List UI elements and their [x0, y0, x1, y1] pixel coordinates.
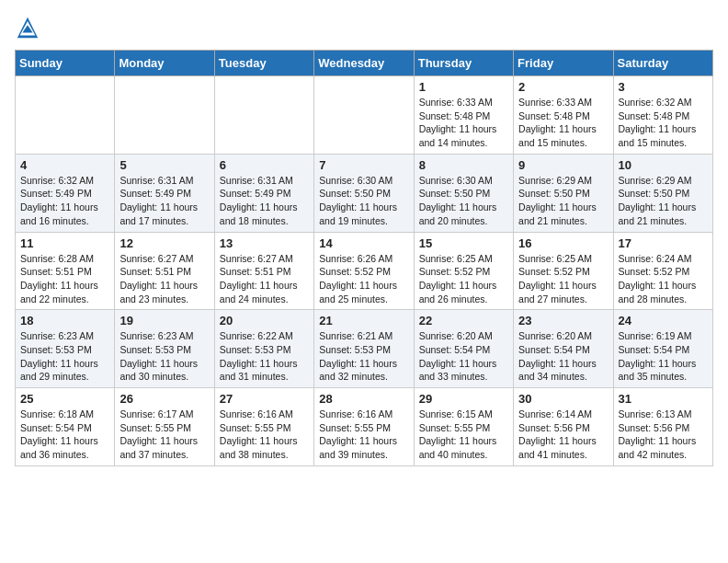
day-of-week-header: Thursday	[414, 51, 513, 76]
calendar-day-cell: 25Sunrise: 6:18 AM Sunset: 5:54 PM Dayli…	[16, 388, 115, 466]
day-of-week-header: Saturday	[613, 51, 712, 76]
day-number: 8	[419, 158, 508, 172]
calendar-day-cell: 3Sunrise: 6:32 AM Sunset: 5:48 PM Daylig…	[613, 76, 712, 155]
days-of-week-row: SundayMondayTuesdayWednesdayThursdayFrid…	[16, 51, 713, 76]
day-of-week-header: Tuesday	[214, 51, 313, 76]
day-number: 20	[220, 314, 309, 327]
calendar-day-cell: 15Sunrise: 6:25 AM Sunset: 5:52 PM Dayli…	[414, 232, 513, 310]
day-number: 22	[419, 314, 508, 327]
day-info: Sunrise: 6:25 AM Sunset: 5:52 PM Dayligh…	[518, 252, 608, 306]
calendar-week-row: 18Sunrise: 6:23 AM Sunset: 5:53 PM Dayli…	[16, 310, 713, 388]
calendar-week-row: 11Sunrise: 6:28 AM Sunset: 5:51 PM Dayli…	[16, 232, 713, 310]
day-number: 26	[119, 392, 209, 406]
calendar-day-cell	[115, 76, 214, 155]
day-number: 6	[220, 158, 309, 172]
day-info: Sunrise: 6:16 AM Sunset: 5:55 PM Dayligh…	[319, 408, 408, 462]
day-number: 10	[619, 158, 708, 172]
calendar-week-row: 1Sunrise: 6:33 AM Sunset: 5:48 PM Daylig…	[16, 76, 713, 155]
day-number: 16	[518, 236, 608, 250]
day-info: Sunrise: 6:32 AM Sunset: 5:48 PM Dayligh…	[619, 96, 708, 150]
page-header	[15, 15, 713, 40]
day-number: 11	[20, 236, 109, 250]
day-info: Sunrise: 6:21 AM Sunset: 5:53 PM Dayligh…	[319, 329, 408, 384]
calendar-day-cell: 18Sunrise: 6:23 AM Sunset: 5:53 PM Dayli…	[16, 310, 115, 388]
day-info: Sunrise: 6:13 AM Sunset: 5:56 PM Dayligh…	[619, 408, 708, 462]
calendar-day-cell	[214, 76, 313, 155]
day-info: Sunrise: 6:26 AM Sunset: 5:52 PM Dayligh…	[319, 252, 408, 306]
calendar-day-cell: 21Sunrise: 6:21 AM Sunset: 5:53 PM Dayli…	[314, 310, 414, 388]
day-info: Sunrise: 6:29 AM Sunset: 5:50 PM Dayligh…	[619, 174, 708, 228]
calendar-day-cell: 27Sunrise: 6:16 AM Sunset: 5:55 PM Dayli…	[214, 388, 313, 466]
day-info: Sunrise: 6:28 AM Sunset: 5:51 PM Dayligh…	[20, 252, 109, 306]
calendar-day-cell	[16, 76, 115, 155]
day-info: Sunrise: 6:25 AM Sunset: 5:52 PM Dayligh…	[419, 252, 508, 306]
calendar-day-cell: 11Sunrise: 6:28 AM Sunset: 5:51 PM Dayli…	[16, 232, 115, 310]
calendar-day-cell: 8Sunrise: 6:30 AM Sunset: 5:50 PM Daylig…	[414, 154, 513, 232]
day-info: Sunrise: 6:31 AM Sunset: 5:49 PM Dayligh…	[220, 174, 309, 228]
day-number: 28	[319, 392, 408, 406]
day-number: 3	[619, 80, 708, 94]
calendar-week-row: 25Sunrise: 6:18 AM Sunset: 5:54 PM Dayli…	[16, 388, 713, 466]
day-of-week-header: Friday	[514, 51, 613, 76]
day-number: 31	[619, 392, 708, 406]
calendar-day-cell: 28Sunrise: 6:16 AM Sunset: 5:55 PM Dayli…	[314, 388, 414, 466]
day-info: Sunrise: 6:18 AM Sunset: 5:54 PM Dayligh…	[20, 408, 109, 462]
day-of-week-header: Sunday	[16, 51, 115, 76]
calendar-day-cell: 4Sunrise: 6:32 AM Sunset: 5:49 PM Daylig…	[16, 154, 115, 232]
day-of-week-header: Wednesday	[314, 51, 414, 76]
day-number: 25	[20, 392, 109, 406]
day-info: Sunrise: 6:30 AM Sunset: 5:50 PM Dayligh…	[419, 174, 508, 228]
day-info: Sunrise: 6:19 AM Sunset: 5:54 PM Dayligh…	[619, 329, 708, 384]
calendar-day-cell: 29Sunrise: 6:15 AM Sunset: 5:55 PM Dayli…	[414, 388, 513, 466]
day-number: 18	[20, 314, 109, 327]
day-info: Sunrise: 6:23 AM Sunset: 5:53 PM Dayligh…	[20, 329, 109, 384]
day-number: 14	[319, 236, 408, 250]
calendar-day-cell: 2Sunrise: 6:33 AM Sunset: 5:48 PM Daylig…	[514, 76, 613, 155]
day-info: Sunrise: 6:14 AM Sunset: 5:56 PM Dayligh…	[518, 408, 608, 462]
day-number: 30	[518, 392, 608, 406]
day-number: 4	[20, 158, 109, 172]
calendar-day-cell: 10Sunrise: 6:29 AM Sunset: 5:50 PM Dayli…	[613, 154, 712, 232]
day-info: Sunrise: 6:23 AM Sunset: 5:53 PM Dayligh…	[119, 329, 209, 384]
day-info: Sunrise: 6:29 AM Sunset: 5:50 PM Dayligh…	[518, 174, 608, 228]
day-info: Sunrise: 6:27 AM Sunset: 5:51 PM Dayligh…	[119, 252, 209, 306]
day-info: Sunrise: 6:32 AM Sunset: 5:49 PM Dayligh…	[20, 174, 109, 228]
day-info: Sunrise: 6:27 AM Sunset: 5:51 PM Dayligh…	[220, 252, 309, 306]
calendar-day-cell: 5Sunrise: 6:31 AM Sunset: 5:49 PM Daylig…	[115, 154, 214, 232]
day-info: Sunrise: 6:20 AM Sunset: 5:54 PM Dayligh…	[419, 329, 508, 384]
calendar-day-cell: 19Sunrise: 6:23 AM Sunset: 5:53 PM Dayli…	[115, 310, 214, 388]
day-info: Sunrise: 6:33 AM Sunset: 5:48 PM Dayligh…	[419, 96, 508, 150]
day-info: Sunrise: 6:31 AM Sunset: 5:49 PM Dayligh…	[119, 174, 209, 228]
calendar-day-cell: 13Sunrise: 6:27 AM Sunset: 5:51 PM Dayli…	[214, 232, 313, 310]
day-number: 15	[419, 236, 508, 250]
calendar-day-cell: 17Sunrise: 6:24 AM Sunset: 5:52 PM Dayli…	[613, 232, 712, 310]
day-number: 21	[319, 314, 408, 327]
day-info: Sunrise: 6:17 AM Sunset: 5:55 PM Dayligh…	[119, 408, 209, 462]
day-number: 7	[319, 158, 408, 172]
day-number: 2	[518, 80, 608, 94]
day-info: Sunrise: 6:33 AM Sunset: 5:48 PM Dayligh…	[518, 96, 608, 150]
day-number: 5	[119, 158, 209, 172]
day-info: Sunrise: 6:24 AM Sunset: 5:52 PM Dayligh…	[619, 252, 708, 306]
day-number: 1	[419, 80, 508, 94]
calendar-day-cell: 14Sunrise: 6:26 AM Sunset: 5:52 PM Dayli…	[314, 232, 414, 310]
calendar-day-cell: 9Sunrise: 6:29 AM Sunset: 5:50 PM Daylig…	[514, 154, 613, 232]
calendar-week-row: 4Sunrise: 6:32 AM Sunset: 5:49 PM Daylig…	[16, 154, 713, 232]
calendar-day-cell: 26Sunrise: 6:17 AM Sunset: 5:55 PM Dayli…	[115, 388, 214, 466]
day-number: 29	[419, 392, 508, 406]
day-number: 12	[119, 236, 209, 250]
calendar-table: SundayMondayTuesdayWednesdayThursdayFrid…	[15, 50, 713, 466]
day-number: 23	[518, 314, 608, 327]
calendar-day-cell: 23Sunrise: 6:20 AM Sunset: 5:54 PM Dayli…	[514, 310, 613, 388]
calendar-day-cell: 31Sunrise: 6:13 AM Sunset: 5:56 PM Dayli…	[613, 388, 712, 466]
logo	[15, 15, 44, 40]
calendar-day-cell: 24Sunrise: 6:19 AM Sunset: 5:54 PM Dayli…	[613, 310, 712, 388]
calendar-day-cell	[314, 76, 414, 155]
day-info: Sunrise: 6:20 AM Sunset: 5:54 PM Dayligh…	[518, 329, 608, 384]
calendar-day-cell: 6Sunrise: 6:31 AM Sunset: 5:49 PM Daylig…	[214, 154, 313, 232]
day-number: 9	[518, 158, 608, 172]
calendar-body: 1Sunrise: 6:33 AM Sunset: 5:48 PM Daylig…	[16, 76, 713, 466]
calendar-day-cell: 30Sunrise: 6:14 AM Sunset: 5:56 PM Dayli…	[514, 388, 613, 466]
day-info: Sunrise: 6:16 AM Sunset: 5:55 PM Dayligh…	[220, 408, 309, 462]
day-number: 27	[220, 392, 309, 406]
